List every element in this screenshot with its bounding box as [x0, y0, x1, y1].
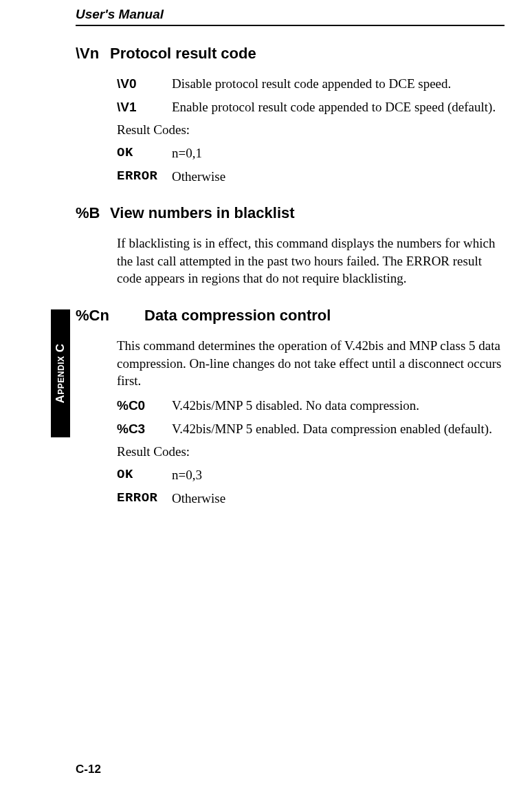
result-row: OK n=0,1 [117, 144, 505, 162]
heading-title: View numbers in blacklist [110, 204, 295, 222]
page: User's Manual APPENDIX C \Vn Protocol re… [0, 0, 532, 797]
result-desc: Otherwise [172, 490, 225, 507]
result-desc: Otherwise [172, 168, 225, 186]
param-code: \V0 [117, 75, 172, 93]
appendix-tab: APPENDIX C [51, 309, 70, 437]
section-heading: %B View numbers in blacklist [76, 204, 505, 222]
param-row: %C0 V.42bis/MNP 5 disabled. No data comp… [117, 397, 505, 415]
section-vn: \Vn Protocol result code \V0 Disable pro… [76, 45, 505, 185]
section-body: \V0 Disable protocol result code appende… [76, 75, 505, 185]
heading-title: Data compression control [144, 307, 331, 325]
param-row: \V1 Enable protocol result code appended… [117, 98, 505, 116]
param-desc: Disable protocol result code appended to… [172, 75, 451, 93]
param-desc: V.42bis/MNP 5 enabled. Data compression … [172, 420, 492, 438]
section-body: If blacklisting is in effect, this comma… [76, 234, 505, 287]
section-heading: %Cn Data compression control [76, 307, 505, 325]
result-codes-label: Result Codes: [117, 121, 505, 139]
section-heading: \Vn Protocol result code [76, 45, 505, 63]
param-row: %C3 V.42bis/MNP 5 enabled. Data compress… [117, 420, 505, 438]
heading-cmd: %B [76, 204, 110, 222]
header-title: User's Manual [76, 7, 505, 22]
param-code: %C0 [117, 397, 172, 415]
param-row: \V0 Disable protocol result code appende… [117, 75, 505, 93]
heading-cmd: \Vn [76, 45, 110, 63]
result-code: OK [117, 466, 172, 484]
appendix-tab-text: APPENDIX C [54, 344, 67, 404]
result-code: ERROR [117, 168, 172, 186]
result-desc: n=0,3 [172, 466, 202, 484]
page-number: C-12 [76, 763, 101, 776]
result-codes-label: Result Codes: [117, 443, 505, 461]
body-paragraph: This command determines the operation of… [117, 337, 505, 390]
result-row: ERROR Otherwise [117, 168, 505, 186]
param-code: \V1 [117, 98, 172, 116]
section-body: This command determines the operation of… [76, 337, 505, 507]
result-desc: n=0,1 [172, 144, 202, 162]
param-code: %C3 [117, 420, 172, 438]
result-code: ERROR [117, 490, 172, 507]
param-desc: Enable protocol result code appended to … [172, 98, 496, 116]
section-cn: %Cn Data compression control This comman… [76, 307, 505, 507]
section-b: %B View numbers in blacklist If blacklis… [76, 204, 505, 287]
result-code: OK [117, 144, 172, 162]
heading-title: Protocol result code [110, 45, 256, 63]
body-paragraph: If blacklisting is in effect, this comma… [117, 234, 505, 287]
page-header: User's Manual [76, 7, 505, 26]
param-desc: V.42bis/MNP 5 disabled. No data compress… [172, 397, 419, 415]
heading-cmd: %Cn [76, 307, 144, 325]
result-row: ERROR Otherwise [117, 490, 505, 507]
result-row: OK n=0,3 [117, 466, 505, 484]
content-area: \Vn Protocol result code \V0 Disable pro… [76, 45, 505, 526]
